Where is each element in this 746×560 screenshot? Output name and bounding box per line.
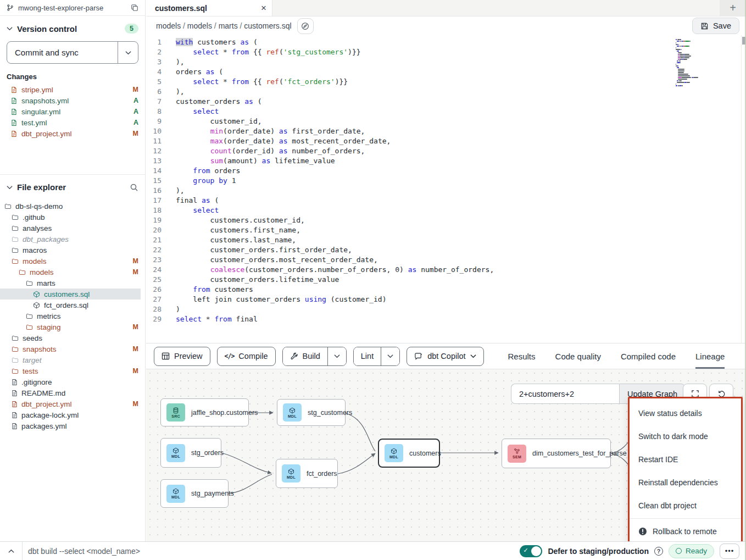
dbt-command-input[interactable]: dbt build --select <model_name> — [23, 547, 520, 556]
commit-options-button[interactable] — [118, 42, 138, 63]
tree-item[interactable]: analyses — [0, 223, 141, 234]
tree-item[interactable]: db-sl-qs-demo — [0, 201, 141, 212]
result-tab[interactable]: Results — [508, 343, 536, 369]
lint-button[interactable]: Lint — [354, 347, 381, 365]
code-line[interactable]: 5 select * from {{ ref('fct_orders')}} — [146, 77, 746, 87]
chevron-down-icon[interactable] — [7, 26, 13, 31]
lineage-node-stg-orders[interactable]: MDL stg_orders — [160, 438, 221, 468]
tree-item[interactable]: .gitignore — [0, 376, 141, 387]
code-line[interactable]: 27 left join customer_orders using (cust… — [146, 295, 746, 304]
rollback-to-remote-item[interactable]: Rollback to remote — [630, 520, 741, 541]
lineage-node-stg-payments[interactable]: MDL stg_payments — [160, 479, 229, 508]
tree-item[interactable]: packages.yml — [0, 420, 141, 431]
code-line[interactable]: 1 with customers as ( — [146, 37, 746, 47]
compile-button[interactable]: </> Compile — [217, 347, 276, 366]
ready-status-badge[interactable]: Ready — [669, 544, 714, 558]
code-line[interactable]: 14 from orders — [146, 166, 746, 176]
change-item[interactable]: dbt_project.yml M — [11, 128, 138, 139]
tree-item[interactable]: target — [0, 354, 141, 365]
change-item[interactable]: test.yml A — [11, 117, 138, 128]
context-menu-item[interactable]: Clean dbt project — [630, 494, 741, 517]
lineage-pane[interactable]: SRC jaffle_shop.customers MDL stg_custom… — [146, 369, 746, 541]
tree-item[interactable]: marts — [0, 278, 141, 289]
dbt-copilot-button[interactable]: dbt Copilot — [407, 347, 483, 366]
context-menu-item[interactable]: Reinstall dependencies — [630, 471, 741, 494]
breadcrumb-item[interactable]: models — [187, 21, 219, 30]
code-line[interactable]: 17 final as ( — [146, 196, 746, 206]
lineage-search-input[interactable] — [511, 384, 619, 404]
tree-item[interactable]: snapshots M — [0, 343, 141, 354]
change-item[interactable]: singular.yml A — [11, 106, 138, 117]
tree-item[interactable]: macros — [0, 245, 141, 256]
tree-item[interactable]: tests M — [0, 365, 141, 376]
tree-item[interactable]: seeds — [0, 332, 141, 343]
context-menu-item[interactable]: Restart IDE — [630, 448, 741, 471]
result-tab[interactable]: Compiled code — [621, 343, 676, 369]
defer-toggle[interactable]: ✓ — [520, 545, 542, 557]
code-line[interactable]: 7 customer_orders as ( — [146, 97, 746, 107]
breadcrumb-item[interactable]: customers.sql — [244, 21, 291, 30]
code-line[interactable]: 4 orders as ( — [146, 67, 746, 77]
lineage-node-jaffle-shop-customers[interactable]: SRC jaffle_shop.customers — [160, 398, 249, 426]
tree-item[interactable]: customers.sql — [0, 289, 141, 300]
code-line[interactable]: 16 ), — [146, 186, 746, 196]
code-line[interactable]: 23 customer_orders.most_recent_order_dat… — [146, 255, 746, 265]
code-line[interactable]: 28 ) — [146, 304, 746, 314]
tree-item[interactable]: dbt_project.yml M — [0, 398, 141, 409]
save-button[interactable]: Save — [692, 18, 739, 34]
code-line[interactable]: 13 sum(amount) as lifetime_value — [146, 156, 746, 166]
tree-item[interactable]: models M — [0, 267, 141, 278]
tree-item[interactable]: models M — [0, 256, 141, 267]
code-line[interactable]: 12 count(order_id) as number_of_orders, — [146, 146, 746, 156]
new-tab-button[interactable]: + — [720, 0, 746, 16]
copy-branch-button[interactable] — [131, 4, 138, 12]
code-line[interactable]: 18 select — [146, 206, 746, 215]
commit-and-sync-button[interactable]: Commit and sync — [7, 42, 118, 63]
code-line[interactable]: 29 select * from final — [146, 314, 746, 324]
chevron-down-icon[interactable] — [7, 185, 13, 190]
open-lineage-button[interactable] — [297, 18, 314, 34]
context-menu-item[interactable]: Switch to dark mode — [630, 425, 741, 448]
code-line[interactable]: 8 select — [146, 107, 746, 117]
code-line[interactable]: 24 coalesce(customer_orders.number_of_or… — [146, 265, 746, 275]
lint-options-button[interactable] — [381, 347, 399, 365]
context-menu-item[interactable]: View status details — [630, 402, 741, 425]
code-line[interactable]: 9 customer_id, — [146, 117, 746, 126]
code-line[interactable]: 3 ), — [146, 57, 746, 67]
file-search-button[interactable] — [130, 183, 138, 192]
lineage-node-dim-customers-test-for-parse[interactable]: SEM dim_customers_test_for_parse — [502, 439, 611, 468]
code-line[interactable]: 15 group by 1 — [146, 176, 746, 186]
breadcrumb-item[interactable]: models — [156, 21, 187, 30]
code-line[interactable]: 6 ), — [146, 87, 746, 97]
close-tab-button[interactable]: × — [261, 3, 266, 13]
code-line[interactable]: 20 customers.first_name, — [146, 225, 746, 235]
change-item[interactable]: stripe.yml M — [11, 84, 138, 95]
code-line[interactable]: 25 customer_orders.lifetime_value — [146, 275, 746, 285]
breadcrumb-item[interactable]: marts — [219, 21, 244, 30]
tree-item[interactable]: .github — [0, 212, 141, 223]
code-line[interactable]: 22 customer_orders.first_order_date, — [146, 245, 746, 255]
tree-item[interactable]: fct_orders.sql — [0, 300, 141, 311]
more-options-button[interactable]: ••• — [720, 544, 739, 559]
lineage-node-stg-customers[interactable]: MDL stg_customers — [277, 399, 346, 426]
code-line[interactable]: 2 select * from {{ ref('stg_customers')}… — [146, 47, 746, 57]
result-tab[interactable]: Lineage — [695, 343, 725, 369]
minimap[interactable] — [676, 38, 732, 86]
tree-item[interactable]: README.md — [0, 387, 141, 398]
code-line[interactable]: 10 min(order_date) as first_order_date, — [146, 126, 746, 136]
build-button[interactable]: Build — [283, 347, 327, 365]
code-line[interactable]: 11 max(order_date) as most_recent_order_… — [146, 136, 746, 146]
tree-item[interactable]: staging M — [0, 321, 141, 332]
lineage-node-customers[interactable]: MDL customers — [378, 439, 440, 468]
tab-customers-sql[interactable]: customers.sql × — [146, 0, 272, 16]
collapse-panel-button[interactable] — [0, 542, 23, 560]
tree-item[interactable]: package-lock.yml — [0, 409, 141, 420]
result-tab[interactable]: Code quality — [555, 343, 601, 369]
code-line[interactable]: 21 customers.last_name, — [146, 235, 746, 245]
tree-item[interactable]: dbt_packages — [0, 234, 141, 245]
code-line[interactable]: 26 from customers — [146, 285, 746, 295]
preview-button[interactable]: Preview — [154, 347, 210, 366]
lineage-node-fct-orders[interactable]: MDL fct_orders — [276, 459, 338, 488]
change-item[interactable]: snapshots.yml A — [11, 95, 138, 106]
help-icon[interactable]: ? — [654, 547, 663, 556]
